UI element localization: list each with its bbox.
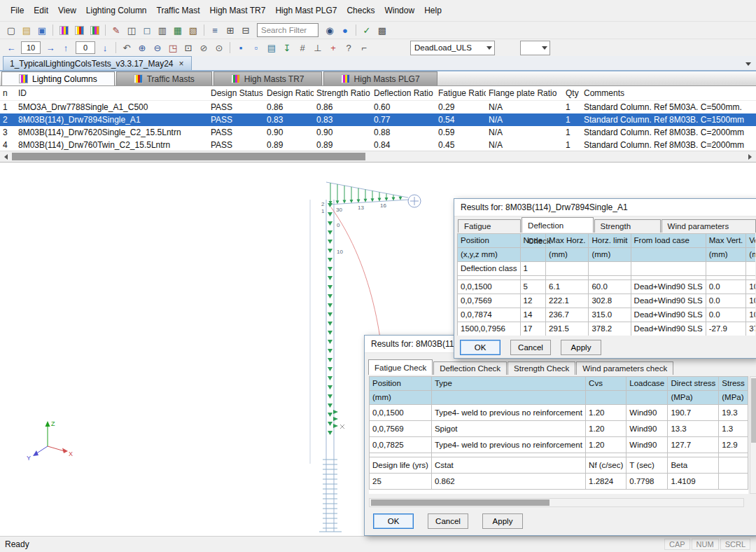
design-check-icon[interactable]: ✓	[360, 23, 374, 37]
menu-edit[interactable]: Edit	[29, 3, 53, 18]
tab-lighting-columns[interactable]: Lighting Columns	[1, 71, 115, 85]
show-axes-icon[interactable]: +	[326, 41, 340, 55]
zoom-window-icon[interactable]: ◳	[166, 41, 180, 55]
export-excel-icon[interactable]: ▦	[171, 23, 185, 37]
show-restraints-icon[interactable]: ⊥	[311, 41, 325, 55]
print-preview-icon[interactable]: ◻	[140, 23, 154, 37]
document-tab[interactable]: 1_TypicalLightingColsTests_v3.3.17_May24…	[3, 56, 192, 70]
zoom-in-icon[interactable]: ⊕	[135, 41, 149, 55]
open-folder-icon[interactable]: ▤	[20, 23, 34, 37]
apply-button[interactable]: Apply	[561, 340, 601, 355]
web-update-icon[interactable]: ●	[338, 23, 352, 37]
report-icon[interactable]: ▧	[186, 23, 200, 37]
dialog-title-bar[interactable]: Results for: 8M03B(114)_Drw7894Single_A1	[454, 199, 756, 216]
table-cell: (mm)	[706, 248, 746, 262]
list-view-icon[interactable]: ⊟	[239, 23, 253, 37]
table-row[interactable]: 28M03B(114)_Drw7894Single_A1PASS0.830.83…	[0, 113, 756, 126]
measure-icon[interactable]: ⌐	[357, 41, 371, 55]
dialog-vertical-scrollbar[interactable]	[750, 376, 756, 494]
menu-file[interactable]: File	[6, 3, 29, 18]
nav-back-count[interactable]: 10	[21, 41, 41, 54]
tab-traffic-masts[interactable]: Traffic Masts	[116, 71, 212, 85]
menu-traffic-mast[interactable]: Traffic Mast	[152, 3, 205, 18]
back-icon[interactable]: ←	[4, 41, 18, 55]
column-header-deflection-ratio[interactable]: Deflection Ratio	[371, 86, 435, 100]
tab-deflection-check[interactable]: Deflection Check	[433, 361, 507, 375]
table-settings-icon[interactable]: ▩	[375, 23, 389, 37]
table-row[interactable]: 48M03B(114)_Drw760Twin_C2_15.5LntrnPASS0…	[0, 139, 756, 151]
print-icon[interactable]: ▥	[155, 23, 169, 37]
column-header-comments[interactable]: Comments	[581, 86, 756, 100]
menu-lighting-column[interactable]: Lighting Column	[81, 3, 152, 18]
undo-icon[interactable]: ↶	[120, 41, 134, 55]
tab-wind-parameters-check[interactable]: Wind parameters check	[576, 361, 673, 375]
menu-window[interactable]: Window	[379, 3, 419, 18]
tab-high-masts-plg7[interactable]: High Masts PLG7	[323, 71, 438, 85]
menu-view[interactable]: View	[53, 3, 81, 18]
scrollbar-thumb[interactable]	[751, 378, 756, 443]
loadcase-combo[interactable]: DeadLoad_ULS	[410, 41, 495, 55]
grid-horizontal-scrollbar[interactable]	[0, 151, 756, 162]
tab-overflow-button[interactable]	[743, 59, 753, 69]
scrollbar-thumb[interactable]	[12, 153, 365, 160]
tab-strength-check[interactable]: Strength Check	[594, 219, 661, 233]
find-icon[interactable]: ◉	[323, 23, 337, 37]
query-icon[interactable]: ?	[342, 41, 356, 55]
high-mast-icon[interactable]	[88, 23, 102, 37]
scroll-right-button[interactable]	[745, 153, 755, 160]
new-file-icon[interactable]: ▢	[4, 23, 18, 37]
pen-icon[interactable]: ✎	[109, 23, 123, 37]
nav-up-count[interactable]: 0	[76, 41, 95, 54]
column-header-n[interactable]: n	[0, 86, 15, 100]
lighting-column-icon[interactable]	[57, 23, 71, 37]
scrollbar-thumb[interactable]	[371, 499, 550, 506]
cancel-button[interactable]: Cancel	[428, 513, 468, 529]
secondary-combo[interactable]	[520, 41, 550, 55]
tab-high-masts-tr7[interactable]: High Masts TR7	[214, 71, 322, 85]
show-numbers-icon[interactable]: #	[295, 41, 309, 55]
down-icon[interactable]: ↓	[98, 41, 112, 55]
circle-select-icon[interactable]: ⊙	[212, 41, 226, 55]
column-header-fatigue-ratio[interactable]: Fatigue Ratio	[435, 86, 486, 100]
column-header-qty[interactable]: Qty	[563, 86, 581, 100]
save-icon[interactable]: ▣	[35, 23, 49, 37]
ok-button[interactable]: OK	[373, 513, 414, 529]
scroll-left-button[interactable]	[1, 153, 11, 160]
column-header-strength-ratio[interactable]: Strength Ratio	[314, 86, 371, 100]
tab-strength-check[interactable]: Strength Check	[507, 361, 575, 375]
deselect-icon[interactable]: ⊘	[197, 41, 211, 55]
view-plane-icon[interactable]: ▤	[265, 41, 279, 55]
tab-fatigue-check[interactable]: Fatigue Check	[458, 219, 521, 233]
column-header-design-status[interactable]: Design Status	[208, 86, 264, 100]
forward-icon[interactable]: →	[43, 41, 57, 55]
table-row[interactable]: 38M03B(114)_Drw7620Single_C2_15.5LntrnPA…	[0, 126, 756, 139]
tab-fatigue-check[interactable]: Fatigue Check	[368, 359, 433, 375]
column-header-flange-plate-ratio[interactable]: Flange plate Ratio	[486, 86, 563, 100]
table-cell	[589, 262, 631, 276]
apply-button[interactable]: Apply	[482, 513, 523, 529]
table-row[interactable]: 15MO3A_Drw7788Single_A1_C500PASS0.860.86…	[0, 100, 756, 113]
column-header-design-ratio[interactable]: Design Ratio	[264, 86, 314, 100]
cancel-button[interactable]: Cancel	[510, 340, 551, 355]
ok-button[interactable]: OK	[460, 340, 500, 355]
up-icon[interactable]: ↑	[59, 41, 73, 55]
zoom-out-icon[interactable]: ⊖	[150, 41, 164, 55]
close-tab-icon[interactable]: ×	[178, 59, 184, 69]
column-header-id[interactable]: ID	[15, 86, 208, 100]
copy-icon[interactable]: ◫	[125, 23, 139, 37]
search-filter-input[interactable]	[257, 23, 318, 37]
node-select-icon[interactable]: ▪	[234, 41, 248, 55]
menu-high-mast-plg7[interactable]: High Mast PLG7	[270, 3, 342, 18]
show-loads-icon[interactable]: ↧	[280, 41, 294, 55]
dialog-horizontal-scrollbar[interactable]	[369, 498, 744, 507]
menu-checks[interactable]: Checks	[342, 3, 379, 18]
element-select-icon[interactable]: ▫	[249, 41, 263, 55]
grid-view-icon[interactable]: ⊞	[223, 23, 237, 37]
tab-wind-parameters-check[interactable]: Wind parameters check	[662, 219, 756, 233]
traffic-mast-icon[interactable]	[72, 23, 86, 37]
insert-row-icon[interactable]: ≡	[208, 23, 222, 37]
menu-help[interactable]: Help	[419, 3, 447, 18]
zoom-extents-icon[interactable]: ⊡	[181, 41, 195, 55]
tab-deflection-check[interactable]: Deflection Check	[522, 217, 594, 233]
menu-high-mast-tr7[interactable]: High Mast TR7	[205, 3, 271, 18]
